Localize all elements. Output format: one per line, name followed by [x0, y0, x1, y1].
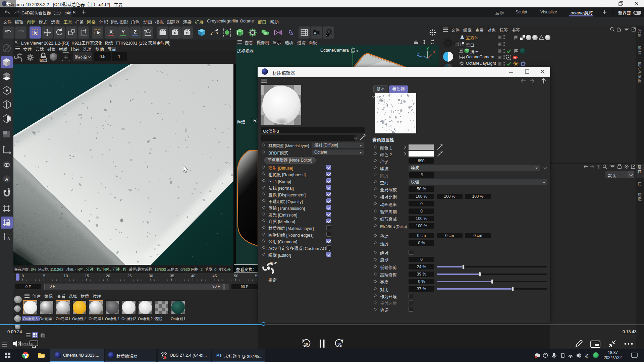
svg-text:Z: Z [417, 52, 419, 57]
svg-text:A: A [5, 177, 8, 182]
svg-text:X: X [109, 29, 113, 35]
svg-text:10: 10 [304, 343, 308, 346]
svg-text:Z: Z [134, 29, 137, 35]
svg-text:A: A [7, 237, 10, 241]
svg-text:X: X [433, 50, 435, 55]
svg-text:ST: ST [314, 32, 316, 34]
svg-text:K921: K921 [40, 58, 47, 62]
svg-text:ST: ST [326, 35, 329, 37]
svg-text:Y: Y [426, 47, 429, 51]
svg-text:Y: Y [121, 29, 125, 35]
svg-text:30: 30 [337, 343, 341, 346]
